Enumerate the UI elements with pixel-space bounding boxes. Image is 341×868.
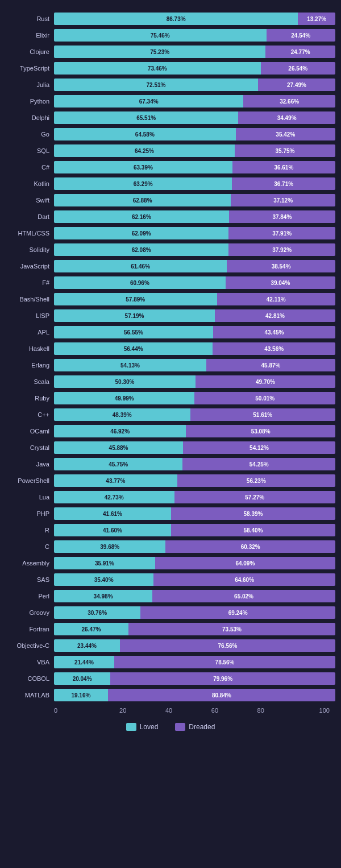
bar-loved: 62.88% [54,194,231,206]
bars-area: 20.04%79.96% [54,672,335,685]
bar-loved: 20.04% [54,672,110,685]
bars-area: 30.76%69.24% [54,606,335,619]
bar-row: HTML/CSS62.09%37.91% [6,226,335,241]
legend-loved: Loved [126,723,159,731]
bar-dreaded: 64.09% [155,557,335,569]
bars-area: 65.51%34.49% [54,111,335,124]
bar-dreaded: 64.60% [153,573,335,586]
bar-loved: 35.40% [54,573,153,586]
bar-row: Haskell56.44%43.56% [6,341,335,356]
x-tick-100: 100 [284,707,330,714]
bars-area: 86.73%13.27% [54,13,335,25]
bar-loved: 57.19% [54,309,215,322]
x-tick-0: 0 [54,707,100,714]
bars-area: 62.88%37.12% [54,194,335,206]
bars-area: 72.51%27.49% [54,78,335,91]
bar-row: SAS35.40%64.60% [6,572,335,587]
bar-dreaded: 35.75% [235,144,335,157]
lang-label: R [6,527,54,534]
legend-dreaded-label: Dreaded [189,723,215,731]
bars-area: 50.30%49.70% [54,375,335,388]
lang-label: Fortran [6,626,54,633]
bar-row: C39.68%60.32% [6,539,335,554]
bar-row: PowerShell43.77%56.23% [6,473,335,488]
lang-label: OCaml [6,428,54,435]
bar-row: JavaScript61.46%38.54% [6,259,335,274]
bar-dreaded: 27.49% [258,78,335,91]
bar-dreaded: 57.27% [174,491,335,503]
bar-dreaded: 24.54% [267,29,335,42]
bar-row: OCaml46.92%53.08% [6,424,335,439]
bar-row: Fortran26.47%73.53% [6,622,335,636]
bars-area: 67.34%32.66% [54,95,335,108]
bars-area: 35.40%64.60% [54,573,335,586]
bar-dreaded: 56.23% [177,474,335,487]
lang-label: Crystal [6,444,54,451]
bar-row: C++48.39%51.61% [6,407,335,422]
lang-label: Objective-C [6,642,54,649]
bar-loved: 64.25% [54,144,235,157]
lang-label: PowerShell [6,477,54,484]
bar-dreaded: 51.61% [190,408,335,421]
bar-loved: 67.34% [54,95,243,108]
bar-dreaded: 50.01% [194,392,335,404]
lang-label: SQL [6,147,54,154]
lang-label: Lua [6,494,54,501]
bar-loved: 72.51% [54,78,258,91]
lang-label: TypeScript [6,65,54,72]
bars-area: 41.61%58.39% [54,507,335,520]
bar-dreaded: 36.71% [232,177,335,190]
bar-dreaded: 37.91% [228,227,335,239]
bars-area: 61.46%38.54% [54,260,335,272]
bar-loved: 62.16% [54,210,229,223]
bar-row: Perl34.98%65.02% [6,589,335,604]
x-tick-80: 80 [238,707,284,714]
bars-area: 73.46%26.54% [54,62,335,75]
bar-dreaded: 37.92% [228,243,335,256]
lang-label: Haskell [6,345,54,352]
bars-area: 42.73%57.27% [54,491,335,503]
bar-loved: 35.91% [54,557,155,569]
lang-label: Erlang [6,362,54,369]
lang-label: F# [6,279,54,286]
bar-loved: 26.47% [54,623,128,635]
bars-area: 35.91%64.09% [54,557,335,569]
bar-loved: 48.39% [54,408,190,421]
bar-loved: 63.29% [54,177,232,190]
lang-label: Java [6,461,54,468]
bars-area: 62.09%37.91% [54,227,335,239]
bar-row: Assembly35.91%64.09% [6,556,335,571]
bars-area: 57.89%42.11% [54,293,335,305]
bars-area: 64.58%35.42% [54,128,335,140]
bar-row: APL56.55%43.45% [6,325,335,340]
bar-loved: 39.68% [54,540,165,553]
bar-row: Delphi65.51%34.49% [6,110,335,125]
bar-dreaded: 73.53% [128,623,335,635]
legend-dreaded: Dreaded [175,723,215,731]
lang-label: Elixir [6,32,54,39]
bar-dreaded: 76.56% [120,639,335,652]
bars-area: 63.29%36.71% [54,177,335,190]
bar-row: Go64.58%35.42% [6,127,335,142]
bars-area: 19.16%80.84% [54,689,335,701]
bar-dreaded: 49.70% [196,375,335,388]
bar-dreaded: 65.02% [152,590,335,602]
bar-dreaded: 39.04% [226,276,335,289]
bar-dreaded: 60.32% [165,540,335,553]
lang-label: HTML/CSS [6,230,54,237]
bar-row: Swift62.88%37.12% [6,193,335,208]
bar-loved: 57.89% [54,293,217,305]
bars-area: 54.13%45.87% [54,359,335,371]
bar-row: Rust86.73%13.27% [6,11,335,26]
bar-loved: 21.44% [54,656,114,668]
lang-label: LISP [6,312,54,319]
bar-row: Groovy30.76%69.24% [6,605,335,620]
lang-label: VBA [6,659,54,666]
bars-area: 45.88%54.12% [54,441,335,454]
bars-area: 23.44%76.56% [54,639,335,652]
lang-label: Python [6,98,54,105]
bars-area: 63.39%36.61% [54,161,335,173]
bar-loved: 19.16% [54,689,108,701]
bar-row: Erlang54.13%45.87% [6,358,335,373]
legend-loved-label: Loved [140,723,159,731]
